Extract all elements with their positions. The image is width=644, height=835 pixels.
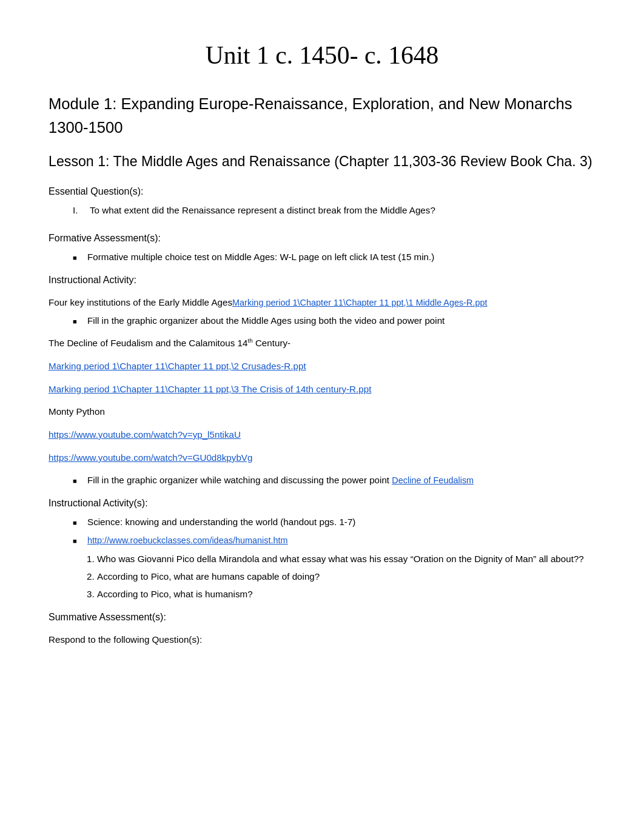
- bullet-icon-4: ■: [73, 518, 81, 528]
- essential-question-label: Essential Question(s):: [49, 184, 595, 199]
- roman-numeral-1: I.: [73, 204, 85, 218]
- decline-feudalism-text: The Decline of Feudalism and the Calamit…: [49, 338, 247, 348]
- formative-assessment-item-1: ■ Formative multiple choice test on Midd…: [73, 250, 595, 264]
- decline-of-feudalism-link[interactable]: Decline of Feudalism: [392, 475, 474, 485]
- formative-assessment-label: Formative Assessment(s):: [49, 231, 595, 246]
- instructional-activities-label: Instructional Activity(s):: [49, 496, 595, 511]
- crusades-link[interactable]: Marking period 1\Chapter 11\Chapter 11 p…: [49, 361, 306, 371]
- decline-suffix: Century-: [253, 338, 290, 348]
- fill-graphic-2-text: Fill in the graphic organizer while watc…: [87, 474, 474, 488]
- fill-graphic-1-text: Fill in the graphic organizer about the …: [87, 314, 444, 328]
- summative-assessment-label: Summative Assessment(s):: [49, 610, 595, 625]
- instructional-activity-text-1: Science: knowing and understanding the w…: [87, 515, 355, 529]
- page-title: Unit 1 c. 1450- c. 1648: [49, 36, 595, 74]
- instructional-activity-label: Instructional Activity:: [49, 273, 595, 287]
- sub-question-2: According to Pico, what are humans capab…: [97, 570, 595, 584]
- four-key-link[interactable]: Marking period 1\Chapter 11\Chapter 11 p…: [232, 298, 488, 307]
- respond-label: Respond to the following Question(s):: [49, 633, 595, 647]
- instructional-activity-item-2: ■ http://www.roebuckclasses.com/ideas/hu…: [73, 534, 595, 548]
- sub-questions-list: Who was Giovanni Pico della Mirandola an…: [97, 552, 595, 601]
- formative-assessment-text-1: Formative multiple choice test on Middle…: [87, 250, 434, 264]
- monty-python-label: Monty Python: [49, 405, 595, 419]
- humanist-link[interactable]: http://www.roebuckclasses.com/ideas/huma…: [87, 535, 288, 545]
- decline-feudalism-paragraph: The Decline of Feudalism and the Calamit…: [49, 337, 595, 350]
- sub-question-3: According to Pico, what is humanism?: [97, 588, 595, 602]
- sub-question-1: Who was Giovanni Pico della Mirandola an…: [97, 552, 595, 566]
- essential-question-item: I. To what extent did the Renaissance re…: [73, 204, 595, 223]
- fill-graphic-2-item: ■ Fill in the graphic organizer while wa…: [73, 474, 595, 488]
- bullet-icon-2: ■: [73, 317, 81, 327]
- bullet-icon-3: ■: [73, 476, 81, 486]
- four-key-paragraph: Four key institutions of the Early Middl…: [49, 296, 595, 310]
- decline-superscript: th: [247, 337, 252, 344]
- youtube-link-1[interactable]: https://www.youtube.com/watch?v=yp_l5nti…: [49, 429, 241, 440]
- fill-graphic-2-before: Fill in the graphic organizer while watc…: [87, 475, 389, 485]
- module-heading: Module 1: Expanding Europe-Renaissance, …: [49, 92, 595, 139]
- instructional-activity-text-2: http://www.roebuckclasses.com/ideas/huma…: [87, 534, 288, 548]
- fill-graphic-1-item: ■ Fill in the graphic organizer about th…: [73, 314, 595, 328]
- four-key-text-before: Four key institutions of the Early Middl…: [49, 297, 232, 307]
- bullet-icon-5: ■: [73, 536, 81, 546]
- lesson-heading: Lesson 1: The Middle Ages and Renaissanc…: [49, 151, 595, 172]
- crisis-link[interactable]: Marking period 1\Chapter 11\Chapter 11 p…: [49, 384, 371, 394]
- instructional-activity-item-1: ■ Science: knowing and understanding the…: [73, 515, 595, 529]
- youtube-link-2[interactable]: https://www.youtube.com/watch?v=GU0d8kpy…: [49, 452, 252, 463]
- bullet-icon-1: ■: [73, 253, 81, 263]
- essential-question-text-1: To what extent did the Renaissance repre…: [90, 204, 435, 218]
